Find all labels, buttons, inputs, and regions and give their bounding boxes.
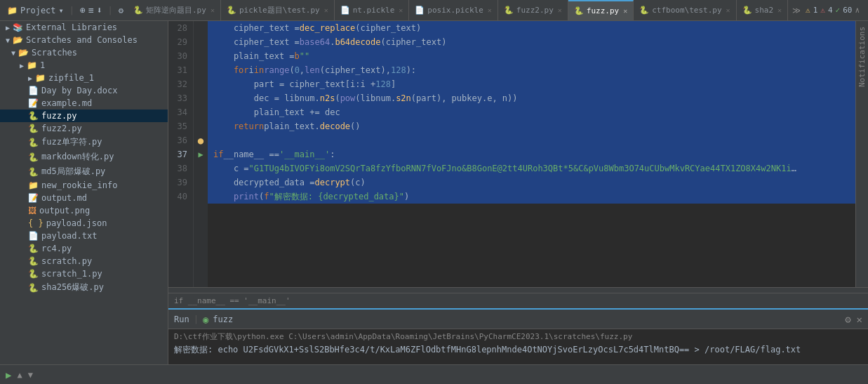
code-line-38: c = "G1TUg4bIVOFYi8omV2SQrTa8fzYfboRNN7f… xyxy=(208,161,855,176)
sidebar-label-zip: zipfile_1 xyxy=(48,73,94,83)
sidebar-zipfile[interactable]: ▶ 📁 zipfile_1 xyxy=(0,72,168,84)
gutter-40 xyxy=(194,190,208,204)
tab-0[interactable]: 🐍 矩阵逆向题目.py ✕ xyxy=(128,0,221,20)
run-icon: ◉ xyxy=(203,314,208,325)
sidebar-output-png[interactable]: 🖼 output.png xyxy=(0,204,168,217)
file-icon-scratch1: 🐍 xyxy=(28,269,39,279)
notifications-label[interactable]: Notifications xyxy=(856,21,868,93)
tab-4[interactable]: 🐍 fuzz2.py ✕ xyxy=(498,0,568,20)
sidebar-scratch1[interactable]: 🐍 scratch_1.py xyxy=(0,267,168,280)
file-icon-scratch: 🐍 xyxy=(28,256,39,266)
sidebar-label-fuzz: fuzz.py xyxy=(41,111,77,121)
sidebar-markdown[interactable]: 🐍 markdown转化.py xyxy=(0,150,168,164)
sidebar-label-example: example.md xyxy=(41,98,92,108)
tab-2[interactable]: 📄 nt.pickle ✕ xyxy=(335,0,410,20)
sidebar-fuzz2-py[interactable]: 🐍 fuzz2.py xyxy=(0,122,168,135)
code-line-33: dec = libnum.n2s(pow(libnum.s2n(part), p… xyxy=(208,91,855,105)
run-up-icon[interactable]: ▲ xyxy=(17,370,22,380)
tab-1[interactable]: 🐍 pickle题目\test.py ✕ xyxy=(221,0,335,20)
sidebar-scratch[interactable]: 🐍 scratch.py xyxy=(0,255,168,267)
sidebar-external-libraries[interactable]: ▶ 📚 External Libraries xyxy=(0,21,168,34)
sidebar-label-scratches: Scratches and Consoles xyxy=(26,35,138,45)
tab-label-5: fuzz.py xyxy=(587,6,619,15)
file-icon-fuzz2: 🐍 xyxy=(28,124,39,133)
file-icon-markdown: 🐍 xyxy=(28,152,39,162)
tab-5[interactable]: 🐍 fuzz.py ✕ xyxy=(568,0,634,20)
run-play-icon[interactable]: ▶ xyxy=(6,369,11,380)
gutter-39 xyxy=(194,176,208,190)
sidebar-scratches-header[interactable]: ▼ 📂 Scratches and Consoles xyxy=(0,34,168,46)
tab-close-2[interactable]: ✕ xyxy=(399,6,403,14)
gutter-30 xyxy=(194,49,208,63)
tab-icon-5: 🐍 xyxy=(574,6,584,15)
code-content[interactable]: cipher_text = dec_replace(cipher_text) c… xyxy=(208,21,855,287)
toolbar-icon2[interactable]: ≡ xyxy=(88,5,94,15)
sidebar-label-scratches-folder: Scratches xyxy=(32,48,77,58)
tab-3[interactable]: 📄 posix.pickle ✕ xyxy=(409,0,498,20)
code-line-40: print(f"解密数据: {decrypted_data}") xyxy=(208,190,855,204)
expand-arrow-zip: ▶ xyxy=(28,74,32,82)
project-label[interactable]: 📁 Project ▾ | ⊕ ≡ ⬇ | ⚙ xyxy=(3,5,128,15)
sidebar-output-md[interactable]: 📝 output.md xyxy=(0,192,168,204)
sidebar-example-md[interactable]: 📝 example.md xyxy=(0,97,168,110)
file-icon-md5: 🐍 xyxy=(28,167,39,177)
gutter-35 xyxy=(194,119,208,133)
sidebar-day-file[interactable]: 📄 Day by Day.docx xyxy=(0,84,168,97)
close-run-icon[interactable]: ✕ xyxy=(857,314,862,325)
tab-icon-7: 🐍 xyxy=(742,6,752,15)
sidebar-payload-json[interactable]: { } payload.json xyxy=(0,217,168,230)
sidebar-fuzz-py[interactable]: 🐍 fuzz.py xyxy=(0,110,168,122)
tab-close-3[interactable]: ✕ xyxy=(488,6,492,14)
sidebar-label-markdown: markdown转化.py xyxy=(41,151,114,163)
code-line-32: part = cipher_text[i:i + 128] xyxy=(208,77,855,91)
tab-close-5[interactable]: ✕ xyxy=(623,7,627,15)
run-tab-label[interactable]: fuzz xyxy=(213,315,233,324)
exec-arrow: ▶ xyxy=(198,150,203,159)
settings-icon[interactable]: ⚙ xyxy=(119,6,123,15)
tab-close-7[interactable]: ✕ xyxy=(777,6,782,14)
tabs-container: 🐍 矩阵逆向题目.py ✕ 🐍 pickle题目\test.py ✕ 📄 nt.… xyxy=(128,0,800,20)
sidebar-label-day: Day by Day.docx xyxy=(41,86,117,95)
sidebar-scratches-folder[interactable]: ▼ 📂 Scratches xyxy=(0,46,168,59)
code-line-37: if __name__ == '__main__': xyxy=(208,147,855,161)
tabs-more-button[interactable]: ≫ xyxy=(788,6,800,15)
code-line-30: plain_text = b"" xyxy=(208,49,855,63)
run-down-icon[interactable]: ▼ xyxy=(28,370,33,380)
run-title: Run | ◉ fuzz xyxy=(174,314,233,325)
sidebar-rc4[interactable]: 🐍 rc4.py xyxy=(0,242,168,255)
error-icon: ⚠ xyxy=(820,6,825,15)
tab-close-4[interactable]: ✕ xyxy=(558,6,562,14)
run-content: D:\ctf作业下载\python.exe C:\Users\admin\App… xyxy=(168,329,868,364)
tab-label-0: 矩阵逆向题目.py xyxy=(146,5,206,15)
sidebar-md5[interactable]: 🐍 md5局部爆破.py xyxy=(0,164,168,179)
settings-run-icon[interactable]: ⚙ xyxy=(845,314,850,325)
code-line-36 xyxy=(208,133,855,147)
expand-icon[interactable]: ∧ xyxy=(855,6,860,15)
file-icon-sha256: 🐍 xyxy=(28,283,39,293)
horizontal-scrollbar[interactable] xyxy=(168,287,868,293)
sidebar-payload-txt[interactable]: 📄 payload.txt xyxy=(0,230,168,242)
toolbar-icon1[interactable]: ⊕ xyxy=(80,5,86,15)
sidebar-label-ext: External Libraries xyxy=(26,22,117,32)
gutter-28 xyxy=(194,21,208,35)
line-numbers: 28 29 30 31 32 33 34 35 36 37 38 39 40 xyxy=(168,21,194,287)
sidebar-fuzz-char[interactable]: 🐍 fuzz单字符.py xyxy=(0,135,168,150)
main-area: ▶ 📚 External Libraries ▼ 📂 Scratches and… xyxy=(0,21,868,364)
tab-close-6[interactable]: ✕ xyxy=(726,6,730,14)
sidebar-folder-1[interactable]: ▶ 📁 1 xyxy=(0,59,168,72)
file-icon-outpng: 🖼 xyxy=(28,206,36,216)
tab-icon-0: 🐍 xyxy=(133,6,143,15)
run-controls: ⚙ ✕ xyxy=(845,314,862,325)
file-icon-pjson: { } xyxy=(28,218,44,228)
tab-close-1[interactable]: ✕ xyxy=(324,6,328,14)
tab-close-0[interactable]: ✕ xyxy=(211,6,215,14)
sidebar-new-rookie[interactable]: 📁 new_rookie_info xyxy=(0,179,168,192)
gutter-36: ● xyxy=(194,133,208,147)
toolbar-icon3[interactable]: ⬇ xyxy=(97,5,102,15)
tab-label-4: fuzz2.py xyxy=(516,6,554,15)
run-command-line: D:\ctf作业下载\python.exe C:\Users\admin\App… xyxy=(174,331,862,343)
tab-7[interactable]: 🐍 sha2 ✕ xyxy=(737,0,789,20)
tab-6[interactable]: 🐍 ctfboom\test.py ✕ xyxy=(634,0,736,20)
folder-icon-1: 📁 xyxy=(27,60,37,70)
sidebar-sha256[interactable]: 🐍 sha256爆破.py xyxy=(0,280,168,295)
